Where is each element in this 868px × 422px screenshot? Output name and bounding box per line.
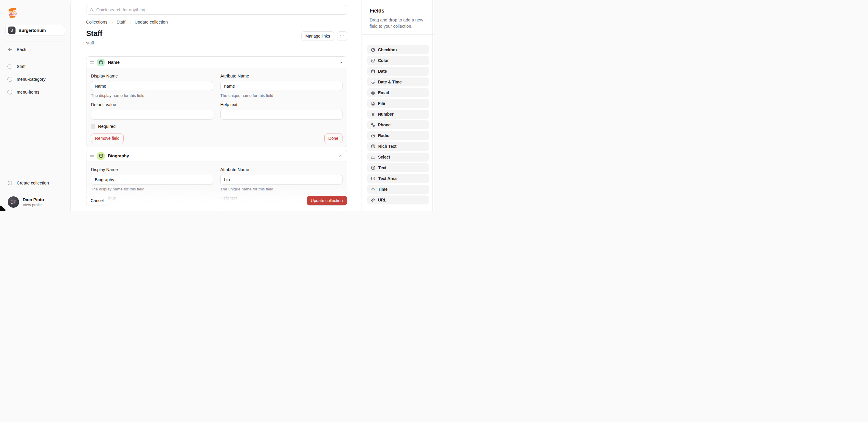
alarm-clock-icon	[371, 80, 375, 84]
form-footer: Cancel Update collection	[86, 196, 347, 205]
field-card-header[interactable]: Biography	[87, 150, 347, 162]
field-type-time[interactable]: Time	[367, 185, 429, 194]
list-icon	[371, 155, 375, 159]
manage-links-button[interactable]: Manage links	[301, 31, 335, 41]
sidebar-item-label: menu-items	[17, 90, 39, 95]
sidebar-divider	[5, 58, 65, 58]
field-card-header[interactable]: Name	[87, 57, 347, 68]
attribute-name-helper: The unique name for this field	[220, 93, 342, 98]
field-type-label: Number	[378, 112, 394, 117]
update-collection-button[interactable]: Update collection	[307, 196, 347, 205]
default-value-field[interactable]	[91, 110, 213, 120]
logo-bun-bottom-shape	[9, 16, 16, 18]
breadcrumb-staff[interactable]: Staff	[117, 20, 125, 25]
field-type-select[interactable]: Select	[367, 153, 429, 162]
field-type-date-time[interactable]: Date & Time	[367, 77, 429, 87]
display-name-field[interactable]	[91, 81, 213, 91]
circle-check-icon	[371, 133, 375, 138]
field-type-label: Text Area	[378, 176, 397, 181]
page-header: Staff staff Manage links •••	[86, 29, 347, 45]
chevron-up-icon[interactable]	[339, 154, 343, 158]
field-type-date[interactable]: Date	[367, 67, 429, 76]
field-type-text-area[interactable]: Text Area	[367, 174, 429, 183]
fields-panel-description: Drag and drop to add a new field to your…	[370, 17, 427, 30]
main-panel: Collections → Staff → Update collection …	[70, 0, 362, 211]
field-type-phone[interactable]: Phone	[367, 120, 429, 129]
breadcrumb-arrow-icon: →	[128, 20, 132, 25]
display-name-helper: The display name for this field	[91, 187, 213, 192]
at-sign-icon	[371, 91, 375, 95]
field-type-file[interactable]: File	[367, 99, 429, 108]
collection-circle-icon	[7, 77, 12, 82]
field-type-list: CheckboxColorDateDate & TimeEmailFileNum…	[367, 45, 429, 204]
text-field-icon	[371, 176, 376, 181]
sidebar-item-menu-category[interactable]: menu-category	[5, 75, 65, 84]
view-profile-link[interactable]: View profile	[23, 203, 44, 207]
text-field-icon	[371, 165, 376, 170]
display-name-label: Display Name	[91, 74, 213, 78]
file-icon	[371, 101, 375, 106]
search-bar	[86, 5, 347, 14]
workspace-avatar: B	[8, 27, 16, 34]
attribute-name-field[interactable]	[220, 175, 342, 185]
remove-field-button[interactable]: Remove field	[91, 133, 124, 143]
brand-logo: HUGO & FRANCS BURGERTORIUM	[7, 8, 18, 19]
workspace-switcher[interactable]: B Burgertorium	[5, 25, 65, 36]
breadcrumb-collections[interactable]: Collections	[86, 20, 107, 25]
default-value-label: Default value	[91, 102, 213, 107]
text-field-icon	[371, 144, 376, 149]
more-options-button[interactable]: •••	[337, 31, 347, 41]
sidebar-item-label: menu-category	[17, 77, 45, 82]
sidebar-item-label: Staff	[17, 64, 26, 69]
text-area-type-icon	[97, 152, 104, 160]
drag-handle-icon[interactable]	[90, 61, 94, 63]
avatar: DP	[8, 196, 19, 208]
help-text-field[interactable]	[220, 110, 342, 120]
user-profile[interactable]: DP Dion Pinto View profile	[8, 196, 44, 208]
app-root: HUGO & FRANCS BURGERTORIUM B Burgertoriu…	[0, 0, 434, 211]
back-button[interactable]: Back	[5, 45, 65, 54]
sidebar-divider	[5, 41, 65, 41]
attribute-name-label: Attribute Name	[220, 167, 342, 172]
field-type-rich-text[interactable]: Rich Text	[367, 142, 429, 151]
display-name-field[interactable]	[91, 175, 213, 185]
field-type-email[interactable]: Email	[367, 88, 429, 97]
phone-icon	[371, 123, 375, 127]
field-type-label: Checkbox	[378, 47, 398, 52]
calendar-icon	[371, 69, 375, 74]
sidebar-item-staff[interactable]: Staff	[5, 62, 65, 71]
attribute-name-label: Attribute Name	[220, 74, 342, 78]
field-type-label: Color	[378, 58, 389, 63]
field-type-checkbox[interactable]: Checkbox	[367, 45, 429, 54]
field-type-url[interactable]: URL	[367, 195, 429, 204]
display-name-label: Display Name	[91, 167, 213, 172]
link-icon	[371, 198, 375, 202]
cancel-button[interactable]: Cancel	[86, 196, 108, 205]
hash-icon	[371, 112, 375, 117]
fields-panel: Fields Drag and drop to add a new field …	[362, 0, 434, 211]
done-button[interactable]: Done	[324, 133, 342, 143]
page-subtitle: staff	[86, 40, 347, 45]
collection-circle-icon	[7, 64, 12, 69]
plus-circle-icon	[7, 180, 12, 186]
required-checkbox[interactable]	[91, 124, 95, 129]
chevron-up-icon[interactable]	[339, 61, 343, 64]
palette-icon	[371, 58, 375, 63]
field-type-label: Date	[378, 69, 387, 74]
field-type-label: Text	[378, 165, 386, 170]
collection-circle-icon	[7, 90, 12, 95]
create-collection-button[interactable]: Create collection	[5, 178, 65, 188]
attribute-name-field[interactable]	[220, 81, 342, 91]
field-type-label: Select	[378, 155, 390, 159]
required-label: Required	[98, 124, 116, 129]
field-type-number[interactable]: Number	[367, 110, 429, 119]
sidebar-item-menu-items[interactable]: menu-items	[5, 88, 65, 97]
checkbox-icon	[371, 48, 375, 52]
breadcrumb-update-collection[interactable]: Update collection	[134, 20, 167, 25]
field-type-color[interactable]: Color	[367, 56, 429, 65]
search-input[interactable]	[96, 7, 344, 12]
field-type-radio[interactable]: Radio	[367, 131, 429, 140]
drag-handle-icon[interactable]	[90, 155, 94, 157]
fields-panel-title: Fields	[370, 8, 434, 14]
field-type-text[interactable]: Text	[367, 163, 429, 172]
